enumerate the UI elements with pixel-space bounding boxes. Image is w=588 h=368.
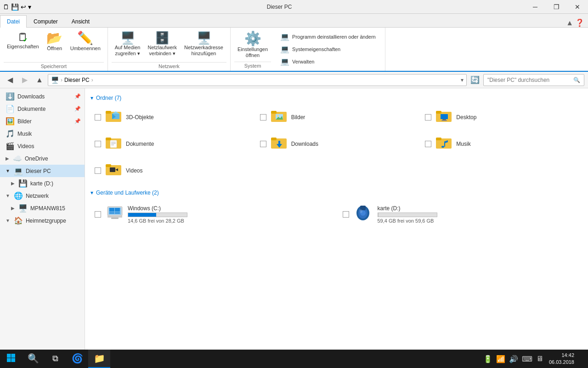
titlebar: 🗒 💾 ↩ ▾ Dieser PC ─ ❐ ✕ [0,0,588,14]
tab-ansicht[interactable]: Ansicht [65,15,96,28]
svg-rect-27 [436,138,441,140]
einstellungen-button[interactable]: ⚙️ Einstellungenöffnen [234,29,271,61]
drive-item-karte-d[interactable]: karte (D:) 59,4 GB frei von 59,6 GB [339,200,583,229]
back-button[interactable]: ◀ [4,74,17,86]
explorer-taskbar-button[interactable]: 📁 [88,350,110,368]
sidebar-item-bilder[interactable]: 🖼️ Bilder 📌 [0,115,85,127]
svg-rect-38 [109,208,114,212]
sidebar-item-onedrive[interactable]: ▶ ☁️ OneDrive [0,152,85,165]
mpmanw815-expand-icon: ▶ [11,206,15,211]
netzwerkadresse-button[interactable]: 🖥️ Netzwerkadressehinzufügen [181,29,226,59]
svg-rect-17 [106,138,111,140]
sidebar-item-downloads[interactable]: ⬇️ Downloads 📌 [0,90,85,103]
checkbox-windows-c[interactable] [95,211,101,218]
onedrive-icon: ☁️ [13,154,22,163]
sidebar-item-dieser-pc[interactable]: ▼ 💻 Dieser PC [0,165,85,177]
minimize-button[interactable]: ─ [525,0,546,14]
show-desktop-button[interactable] [580,350,583,368]
svg-point-46 [360,209,362,213]
downloads-icon: ⬇️ [6,92,15,101]
task-view-button[interactable]: ⧉ [44,350,66,368]
eigenschaften-icon: 🗒 ✔ [17,32,28,43]
oeffnen-button[interactable]: 📂 Öffnen [43,29,66,53]
dokumente-icon: 📄 [6,104,15,113]
checkbox-karte-d[interactable] [343,211,349,218]
path-box[interactable]: 🖥️ › Dieser PC › ▾ [48,74,467,86]
drive-windows-bar [128,213,187,217]
edge-icon: 🌀 [72,353,83,364]
auf-medien-label: Auf Medienzugreifen ▾ [115,45,141,57]
sidebar-item-dokumente[interactable]: 📄 Dokumente 📌 [0,103,85,115]
folder-item-3d-objekte[interactable]: 3D-Objekte [90,105,252,130]
checkbox-dokumente[interactable] [95,141,101,147]
programm-deinstallieren-item[interactable]: 💻 Programm deinstallieren oder ändern [278,31,378,42]
auf-medien-button[interactable]: 🖥️ Auf Medienzugreifen ▾ [112,29,144,59]
wifi-icon: 📶 [496,355,505,363]
checkbox-desktop[interactable] [425,114,431,121]
netzlaufwerk-button[interactable]: 🗄️ Netzlaufwerkverbinden ▾ [144,29,180,59]
checkbox-musik[interactable] [425,141,431,147]
eigenschaften-button[interactable]: 🗒 ✔ Eigenschaften [4,29,42,52]
sidebar-item-mpmanw815[interactable]: ▶ 🖥️ MPMANW815 [0,202,85,214]
refresh-button[interactable]: 🔄 [469,74,481,86]
folder-grid: 3D-Objekte Bilder [90,105,582,183]
drives-grid: Windows (C:) 14,6 GB frei von 28,2 GB [90,200,582,229]
ribbon-up-icon[interactable]: ▲ [566,19,573,27]
sidebar-item-heimnetzgruppe[interactable]: ▼ 🏠 Heimnetzgruppe [0,214,85,227]
checkbox-downloads[interactable] [260,141,266,147]
sidebar-item-karte-d[interactable]: ▶ 💾 karte (D:) [0,177,85,190]
ribbon: 🗒 ✔ Eigenschaften 📂 Öffnen ✏️ Umbenennen… [0,28,588,72]
sidebar-item-netzwerk[interactable]: ▼ 🌐 Netzwerk [0,190,85,202]
folder-item-desktop[interactable]: Desktop [421,105,582,130]
systemeigenschaften-item[interactable]: 💻 Systemeigenschaften [278,44,378,54]
folder-item-musik[interactable]: Musik [421,132,582,156]
clock[interactable]: 14:42 06.03.2018 [547,352,576,366]
sidebar-karte-label: karte (D:) [30,180,81,187]
onedrive-expand-icon: ▶ [6,156,9,161]
svg-rect-25 [278,141,280,145]
checkbox-3d[interactable] [95,114,101,121]
eigenschaften-label: Eigenschaften [7,44,39,49]
ordner-section-header[interactable]: ▾ Ordner (7) [90,92,582,105]
folder-musik-label: Musik [456,141,470,147]
folder-videos-icon [106,161,122,180]
search-box[interactable]: 🔍 [483,74,584,86]
svg-rect-32 [110,167,115,172]
drive-windows-name: Windows (C:) [128,205,187,212]
checkbox-bilder[interactable] [260,114,266,121]
close-button[interactable]: ✕ [567,0,588,14]
svg-rect-49 [7,358,11,362]
search-icon: 🔍 [573,77,580,83]
sidebar-item-videos[interactable]: 🎬 Videos [0,140,85,152]
folder-musik-icon [436,135,452,153]
tab-datei[interactable]: Datei [0,15,27,28]
forward-button[interactable]: ▶ [18,74,31,86]
sidebar-item-musik[interactable]: 🎵 Musik [0,127,85,140]
search-taskbar-button[interactable]: 🔍 [22,350,44,368]
chevron-down-icon[interactable]: ▾ [28,3,31,11]
svg-rect-13 [441,114,448,119]
checkbox-videos[interactable] [95,167,101,174]
drives-section-header[interactable]: ▾ Geräte und Laufwerke (2) [90,187,582,200]
svg-rect-40 [109,212,114,214]
verwalten-item[interactable]: 💻 Verwalten [278,56,378,67]
drive-karte-bar-fill [378,213,379,217]
edge-button[interactable]: 🌀 [66,350,88,368]
search-input[interactable] [487,77,571,83]
folder-item-dokumente[interactable]: Dokumente [90,132,252,156]
maximize-button[interactable]: ❐ [546,0,567,14]
folder-item-videos[interactable]: Videos [90,158,252,183]
folder-item-bilder[interactable]: Bilder [256,105,418,130]
path-dieser-pc[interactable]: Dieser PC [64,77,90,83]
help-icon[interactable]: ❓ [575,18,584,27]
start-button[interactable] [0,350,22,368]
folder-item-downloads[interactable]: Downloads [256,132,418,156]
heimnetzgruppe-icon: 🏠 [14,216,23,225]
up-button[interactable]: ▲ [33,74,46,86]
tab-computer[interactable]: Computer [27,15,65,28]
drive-karte-info: karte (D:) 59,4 GB frei von 59,6 GB [378,205,437,224]
umbenennen-button[interactable]: ✏️ Umbenennen [67,29,104,53]
path-dropdown-icon[interactable]: ▾ [461,77,464,83]
drive-item-windows-c[interactable]: Windows (C:) 14,6 GB frei von 28,2 GB [90,200,335,229]
sidebar: ⬇️ Downloads 📌 📄 Dokumente 📌 🖼️ Bilder 📌… [0,88,85,355]
